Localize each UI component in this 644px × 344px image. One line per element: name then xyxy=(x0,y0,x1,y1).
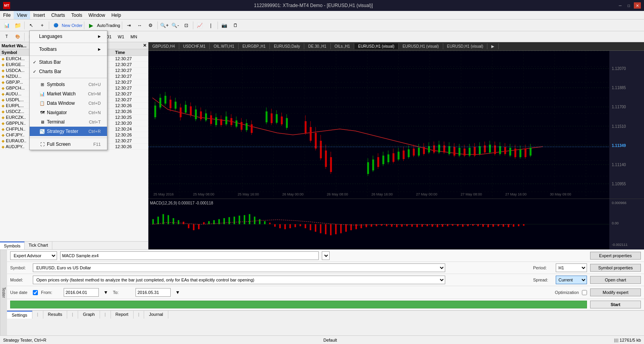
menu-window[interactable]: Window xyxy=(86,11,109,19)
menu-charts[interactable]: Charts xyxy=(48,11,68,19)
chart-tab-eurusd-h1-v3[interactable]: EURUSD,H1 (visual) xyxy=(443,43,488,49)
modify-expert-button[interactable]: Modify expert xyxy=(590,288,641,296)
date-row: Use date From: ▼ To: ▼ Optimization Modi… xyxy=(7,286,644,299)
div3 xyxy=(30,78,107,78)
period-sep-btn[interactable]: | xyxy=(206,21,216,30)
mw-tab-tick-chart[interactable]: Tick Chart xyxy=(25,242,52,249)
crosshair-tool[interactable]: + xyxy=(37,21,47,30)
mw-time: 12:30:27 xyxy=(114,97,148,103)
menu-file[interactable]: File xyxy=(0,11,14,19)
st-tab-settings[interactable]: Settings xyxy=(7,311,32,319)
svg-text:1.11349: 1.11349 xyxy=(612,143,626,148)
chart-tab-oilwti[interactable]: OIL.WTI,H1 xyxy=(210,43,239,49)
model-select[interactable]: Open prices only (fastest method to anal… xyxy=(33,276,445,284)
chart-tab-gbpusd[interactable]: GBPUSD,H4 xyxy=(148,43,179,49)
st-tab-results[interactable]: Results xyxy=(43,311,68,319)
chart-tab-scroll-right[interactable]: ▶ xyxy=(487,43,499,49)
autotrading-icon[interactable]: ▶ xyxy=(86,21,96,30)
menu-insert[interactable]: Insert xyxy=(30,11,48,19)
chart-shift-btn[interactable]: ⇥ xyxy=(124,21,134,30)
template-btn[interactable]: 🗒 xyxy=(230,21,241,30)
st-tab-graph[interactable]: Graph xyxy=(78,311,100,319)
chart-tab-eurgbp[interactable]: EURGBP.,H1 xyxy=(239,43,270,49)
zoom-out-btn[interactable]: 🔍- xyxy=(170,21,180,30)
autotrading-label[interactable]: AutoTrading xyxy=(97,23,120,28)
status-left: Strategy Tester, Ctrl+R xyxy=(3,338,46,342)
chart-tab-eurusd-h1-v1[interactable]: EURUSD,H1 (visual) xyxy=(354,43,399,49)
chart-tab-oils[interactable]: OILs.,H1 xyxy=(331,43,354,49)
to-date-calendar[interactable]: ▼ xyxy=(174,288,182,297)
color-btn[interactable]: 🎨 xyxy=(12,32,23,41)
chart-tab-eurusd-daily[interactable]: EURUSD,Daily xyxy=(270,43,304,49)
line-studies-btn[interactable]: T xyxy=(2,32,12,41)
from-date-calendar[interactable]: ▼ xyxy=(102,288,110,297)
restore-button[interactable]: □ xyxy=(625,2,632,9)
sep3 xyxy=(84,22,84,29)
fit-chart-btn[interactable]: ⊡ xyxy=(181,21,191,30)
start-button[interactable]: Start xyxy=(590,301,641,308)
screenshot-btn[interactable]: 📷 xyxy=(219,21,230,30)
main-chart[interactable]: EURUSD,H1 1.11357 1.11383 1.11344 1.1134… xyxy=(148,51,644,199)
svg-text:1.11140: 1.11140 xyxy=(612,163,626,167)
menu-view[interactable]: View xyxy=(14,11,30,19)
candlestick-svg: 1.12070 1.11885 1.11700 1.11510 1.11349 … xyxy=(148,51,644,199)
optimization-checkbox[interactable] xyxy=(582,290,587,295)
menu-languages[interactable]: Languages ▶ xyxy=(30,32,107,41)
new-order-label[interactable]: New Order xyxy=(62,23,82,28)
menu-market-watch[interactable]: 📊 Market Watch Ctrl+M xyxy=(30,89,107,99)
symbol-select[interactable]: EURUSD, Euro vs US Dollar xyxy=(33,263,445,272)
chart-autoscroll-btn[interactable]: ↔ xyxy=(135,21,145,30)
chart-tab-de30[interactable]: DE.30.,H1 xyxy=(304,43,330,49)
menu-strategy-tester[interactable]: 📉 Strategy Tester Ctrl+R xyxy=(30,127,107,136)
menu-full-screen[interactable]: ⛶ Full Screen F11 xyxy=(30,140,107,149)
st-tab-report[interactable]: Report xyxy=(111,311,134,319)
mw-time: 12:30:26 xyxy=(114,132,148,138)
chart-tab-eurusd-h1-v2[interactable]: EURUSD,H1 (visual) xyxy=(399,43,443,49)
zoom-in-btn[interactable]: 🔍+ xyxy=(159,21,169,30)
market-watch-close[interactable]: ✕ xyxy=(143,43,146,48)
expert-type-select[interactable]: Expert Advisor xyxy=(10,251,57,260)
status-bar-label: Status Bar xyxy=(39,59,93,65)
use-date-checkbox[interactable] xyxy=(33,290,38,295)
svg-text:27 May 00:00: 27 May 00:00 xyxy=(416,192,437,196)
menu-navigator[interactable]: 🗺 Navigator Ctrl+N xyxy=(30,108,107,117)
menu-data-window[interactable]: 📋 Data Window Ctrl+D xyxy=(30,99,107,108)
new-order-btn[interactable]: 🔵 xyxy=(51,21,61,30)
st-tab-journal[interactable]: Journal xyxy=(144,311,168,319)
chart-properties-btn[interactable]: ⚙ xyxy=(146,21,156,30)
col-time: Time xyxy=(114,49,148,56)
expert-properties-button[interactable]: Expert properties xyxy=(590,252,641,260)
period-select[interactable]: H1 xyxy=(556,263,587,272)
mw-tab-symbols[interactable]: Symbols xyxy=(0,242,25,249)
from-date-input[interactable] xyxy=(64,288,99,297)
expert-file-dropdown[interactable] xyxy=(322,251,330,260)
spread-select[interactable]: Current xyxy=(556,276,587,284)
menu-symbols[interactable]: ⊞ Symbols Ctrl+U xyxy=(30,80,107,89)
svg-text:26 May 16:00: 26 May 16:00 xyxy=(371,192,393,196)
svg-rect-227 xyxy=(498,224,499,226)
pointer-tool[interactable]: ↖ xyxy=(26,21,36,30)
open-btn[interactable]: 📁 xyxy=(12,21,23,30)
menu-help[interactable]: Help xyxy=(108,11,124,19)
open-chart-button[interactable]: Open chart xyxy=(590,276,641,284)
svg-rect-174 xyxy=(228,217,230,224)
tf-w1[interactable]: W1 xyxy=(115,32,127,41)
use-date-label: Use date xyxy=(10,290,30,295)
to-date-input[interactable] xyxy=(136,288,171,297)
menu-toolbars[interactable]: Toolbars ▶ xyxy=(30,45,107,54)
minimize-button[interactable]: ─ xyxy=(617,2,624,9)
svg-rect-201 xyxy=(366,224,367,228)
menu-charts-bar[interactable]: ✓ Charts Bar xyxy=(30,67,107,76)
symbol-properties-button[interactable]: Symbol properties xyxy=(590,264,641,272)
menu-tools[interactable]: Tools xyxy=(68,11,86,19)
new-chart-btn[interactable]: 📊 xyxy=(2,21,12,30)
menu-status-bar[interactable]: ✓ Status Bar xyxy=(30,57,107,67)
close-button[interactable]: ✕ xyxy=(634,2,641,9)
tf-mn[interactable]: MN xyxy=(128,32,140,41)
expert-file-input[interactable] xyxy=(60,251,319,260)
chart-tab-usdchf[interactable]: USDCHF,M1 xyxy=(179,43,210,49)
model-label: Model: xyxy=(10,278,30,282)
indicator-btn[interactable]: 📈 xyxy=(195,21,205,30)
menu-terminal[interactable]: 🖥 Terminal Ctrl+T xyxy=(30,117,107,127)
svg-rect-180 xyxy=(259,219,260,224)
